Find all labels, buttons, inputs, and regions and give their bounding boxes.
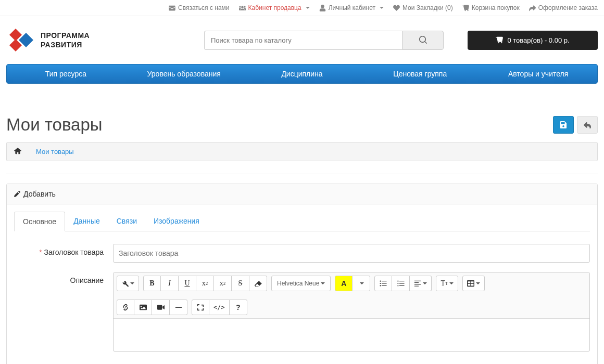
tool-ul[interactable]	[374, 276, 392, 291]
list-ol-icon	[397, 280, 405, 287]
tool-italic[interactable]: I	[161, 276, 179, 291]
tool-code-view[interactable]: </>	[209, 300, 230, 315]
row-description: Описание B I U x2 x2 S	[14, 272, 590, 352]
tool-image[interactable]	[134, 300, 152, 315]
panel-body: Основное Данные Связи Изображения * Заго…	[7, 204, 597, 364]
svg-point-5	[380, 285, 381, 286]
svg-rect-8	[382, 285, 387, 286]
page-title: Мои товары	[6, 115, 103, 135]
page-body: Мои товары Мои товары	[0, 115, 604, 174]
tool-align[interactable]	[410, 276, 432, 291]
tool-superscript[interactable]: x2	[196, 276, 214, 291]
tool-fullscreen[interactable]	[192, 300, 209, 315]
home-icon	[14, 147, 21, 154]
tool-strikethrough[interactable]: S	[232, 276, 249, 291]
back-button[interactable]	[577, 116, 598, 134]
product-panel: Добавить Основное Данные Связи Изображен…	[6, 184, 598, 364]
tab-images[interactable]: Изображения	[145, 212, 208, 231]
list-ul-icon	[380, 280, 387, 287]
nav-level[interactable]: Уровень образования	[125, 64, 243, 83]
svg-rect-14	[397, 285, 398, 286]
breadcrumb-link[interactable]: Мои товары	[36, 148, 74, 155]
nav-price-group[interactable]: Ценовая группа	[361, 64, 479, 83]
breadcrumb-home[interactable]	[14, 147, 21, 156]
account-link[interactable]: Личный кабинет	[319, 4, 384, 11]
reply-icon	[584, 121, 591, 128]
tool-table[interactable]	[462, 276, 485, 291]
logo-line-1: ПРОГРАММА	[41, 31, 90, 40]
svg-rect-12	[397, 281, 398, 282]
tool-link[interactable]	[117, 300, 134, 315]
row-title: * Заголовок товара	[14, 244, 590, 263]
contact-link[interactable]: Связаться с нами	[169, 4, 229, 11]
user-icon	[319, 5, 326, 11]
logo-text: ПРОГРАММА РАЗВИТИЯ	[41, 31, 90, 49]
wishlist-link[interactable]: Мои Закладки (0)	[393, 4, 453, 11]
eraser-icon	[255, 280, 262, 287]
panel-title: Добавить	[23, 190, 56, 198]
seller-cabinet-label: Кабинет продавца	[248, 4, 301, 11]
tab-data[interactable]: Данные	[65, 212, 108, 231]
cart-button-label: 0 товар(ов) - 0.00 р.	[507, 36, 569, 44]
svg-rect-11	[399, 285, 405, 286]
wishlist-label: Мои Закладки (0)	[402, 4, 453, 11]
caret-down-icon	[360, 282, 364, 284]
logo-mark	[6, 25, 35, 55]
shopping-cart-icon	[496, 36, 503, 44]
tab-links[interactable]: Связи	[108, 212, 145, 231]
section-divider	[6, 174, 598, 174]
caret-down-icon	[321, 282, 325, 284]
share-icon	[529, 5, 536, 11]
cart-link[interactable]: Корзина покупок	[462, 4, 520, 11]
tool-underline[interactable]: U	[179, 276, 196, 291]
tool-video[interactable]	[152, 300, 170, 315]
tool-source[interactable]	[117, 276, 139, 291]
tool-help[interactable]: ?	[230, 300, 247, 315]
caret-down-icon	[306, 7, 310, 9]
tool-ol[interactable]	[392, 276, 410, 291]
seller-cabinet-link[interactable]: Кабинет продавца	[239, 4, 310, 11]
svg-rect-17	[414, 284, 421, 284]
svg-rect-7	[382, 283, 387, 283]
search-input[interactable]	[204, 31, 402, 50]
tool-hr[interactable]	[170, 300, 187, 315]
title-label: * Заголовок товара	[14, 244, 113, 256]
caret-down-icon	[423, 282, 427, 284]
expand-icon	[197, 304, 204, 311]
cart-label: Корзина покупок	[472, 4, 520, 11]
editor-content[interactable]	[114, 319, 589, 351]
link-icon	[122, 304, 129, 311]
checkout-link[interactable]: Оформление заказа	[529, 4, 598, 11]
tool-font-family[interactable]: Helvetica Neue	[271, 276, 331, 291]
tool-highlight[interactable]: A	[335, 276, 353, 291]
nav-type[interactable]: Тип ресурса	[7, 64, 125, 83]
tool-highlight-menu[interactable]	[353, 276, 370, 291]
tool-bold[interactable]: B	[143, 276, 161, 291]
cart-button[interactable]: 0 товар(ов) - 0.00 р.	[468, 31, 598, 50]
checkout-label: Оформление заказа	[538, 4, 598, 11]
tool-font-size[interactable]: TT	[436, 276, 458, 291]
caret-down-icon	[449, 282, 454, 284]
wrench-icon	[121, 280, 129, 287]
nav-authors[interactable]: Авторы и учителя	[479, 64, 597, 83]
table-icon	[467, 280, 474, 287]
rich-editor: B I U x2 x2 S Helvetica Neue A	[113, 272, 590, 352]
caret-down-icon	[130, 282, 134, 284]
svg-point-3	[380, 281, 381, 282]
tool-subscript[interactable]: x2	[214, 276, 232, 291]
title-input[interactable]	[113, 244, 590, 263]
search-icon	[419, 36, 427, 44]
svg-rect-9	[399, 281, 405, 281]
logo[interactable]: ПРОГРАММА РАЗВИТИЯ	[6, 25, 90, 55]
contact-label: Связаться с нами	[178, 4, 229, 11]
search-button[interactable]	[402, 31, 444, 50]
caret-down-icon	[380, 7, 384, 9]
tool-clear-format[interactable]	[249, 276, 267, 291]
align-icon	[414, 280, 421, 287]
save-icon	[560, 121, 567, 128]
tab-main[interactable]: Основное	[14, 212, 65, 231]
tabs: Основное Данные Связи Изображения	[14, 212, 590, 231]
save-button[interactable]	[553, 116, 574, 134]
nav-discipline[interactable]: Дисциплина	[243, 64, 361, 83]
svg-rect-6	[382, 281, 387, 281]
